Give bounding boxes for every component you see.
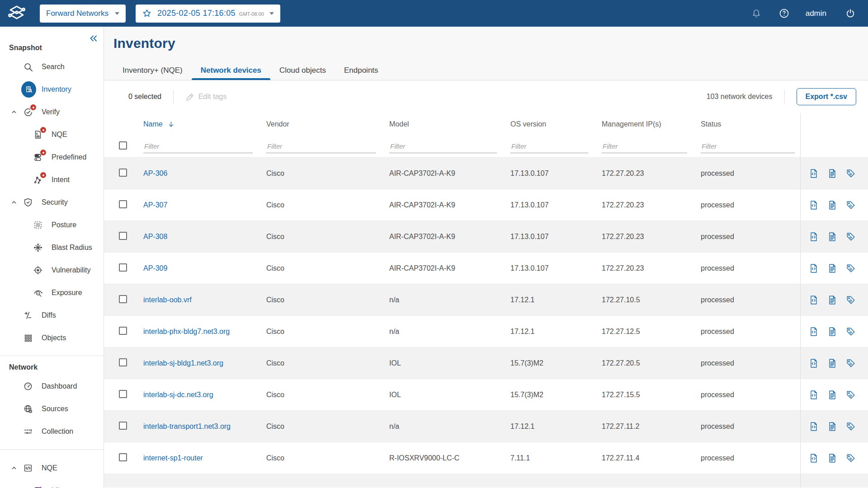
tab-cloud-objects[interactable]: Cloud objects xyxy=(270,61,335,80)
cell-vendor: Cisco xyxy=(266,359,389,367)
code-file-icon[interactable] xyxy=(809,232,819,242)
document-icon[interactable] xyxy=(827,263,837,273)
code-file-icon[interactable] xyxy=(809,453,819,463)
row-checkbox[interactable] xyxy=(119,200,127,208)
column-header-management-ip[interactable]: Management IP(s) xyxy=(602,120,701,128)
notifications-bell-icon[interactable] xyxy=(750,8,762,19)
sidebar-item-objects[interactable]: Objects xyxy=(0,327,104,349)
document-icon[interactable] xyxy=(827,169,837,178)
device-name-link[interactable]: interlab-transport1.net3.org xyxy=(143,422,231,430)
filter-input-vendor[interactable] xyxy=(266,140,376,153)
filter-input-management-ip[interactable] xyxy=(602,140,687,153)
filter-input-model[interactable] xyxy=(389,140,497,153)
code-file-icon[interactable] xyxy=(809,327,819,337)
filter-input-name[interactable] xyxy=(143,140,253,153)
device-name-link[interactable]: interlab-sj-bldg1.net3.org xyxy=(143,359,223,367)
device-name-link[interactable]: interlab-oob.vrf xyxy=(143,296,192,304)
code-file-icon[interactable] xyxy=(809,358,819,368)
filter-input-status[interactable] xyxy=(701,140,795,153)
document-icon[interactable] xyxy=(827,453,837,463)
chevron-up-icon[interactable] xyxy=(10,108,19,116)
column-header-status[interactable]: Status xyxy=(701,120,800,128)
device-name-link[interactable]: interlab-phx-bldg7.net3.org xyxy=(143,328,230,335)
help-icon[interactable] xyxy=(778,8,790,19)
favorite-star-icon[interactable] xyxy=(142,9,152,19)
tag-icon[interactable] xyxy=(846,390,856,400)
sidebar-item-library[interactable]: Library xyxy=(0,479,104,488)
row-checkbox[interactable] xyxy=(119,169,127,177)
sidebar-item-verify[interactable]: Verify xyxy=(0,101,104,123)
tag-icon[interactable] xyxy=(846,295,856,305)
tab-endpoints[interactable]: Endpoints xyxy=(335,61,387,80)
sidebar-item-sources[interactable]: Sources xyxy=(0,398,104,420)
sidebar-item-dashboard[interactable]: Dashboard xyxy=(0,375,104,398)
tag-icon[interactable] xyxy=(846,232,856,242)
sidebar-item-vulnerability[interactable]: Vulnerability xyxy=(0,259,104,282)
sidebar-item-search[interactable]: Search xyxy=(0,56,104,78)
document-icon[interactable] xyxy=(827,358,837,368)
sidebar-item-predefined[interactable]: Predefined xyxy=(0,146,104,169)
document-icon[interactable] xyxy=(827,327,837,337)
document-icon[interactable] xyxy=(827,232,837,242)
sidebar-item-intent[interactable]: Intent xyxy=(0,169,104,191)
tag-icon[interactable] xyxy=(846,358,856,368)
row-checkbox[interactable] xyxy=(119,358,127,366)
device-name-link[interactable]: AP-309 xyxy=(143,264,167,272)
network-selector[interactable]: Forward Networks xyxy=(40,5,126,23)
code-file-icon[interactable] xyxy=(809,263,819,273)
code-file-icon[interactable] xyxy=(809,169,819,178)
device-name-link[interactable]: AP-307 xyxy=(143,201,167,209)
sidebar-item-nqe-section[interactable]: NQE xyxy=(0,457,104,479)
tab-inventory-nqe[interactable]: Inventory+ (NQE) xyxy=(113,61,192,80)
column-header-name[interactable]: Name xyxy=(143,120,266,128)
chevron-up-icon[interactable] xyxy=(10,199,19,206)
tag-icon[interactable] xyxy=(846,453,856,463)
row-checkbox[interactable] xyxy=(119,295,127,303)
tab-network-devices[interactable]: Network devices xyxy=(192,61,270,80)
code-file-icon[interactable] xyxy=(809,390,819,400)
sidebar-collapse-icon[interactable] xyxy=(89,34,98,43)
logout-power-icon[interactable] xyxy=(844,8,856,19)
user-menu[interactable]: admin xyxy=(806,9,826,18)
tag-icon[interactable] xyxy=(846,263,856,273)
row-checkbox[interactable] xyxy=(119,453,127,461)
document-icon[interactable] xyxy=(827,200,837,210)
sidebar-item-posture[interactable]: Posture xyxy=(0,214,104,236)
tag-icon[interactable] xyxy=(846,327,856,337)
code-file-icon[interactable] xyxy=(809,295,819,305)
document-icon[interactable] xyxy=(827,422,837,432)
row-checkbox[interactable] xyxy=(119,327,127,335)
column-header-model[interactable]: Model xyxy=(389,120,510,128)
device-name-link[interactable]: interlab-sj-dc.net3.org xyxy=(143,391,213,399)
column-header-os-version[interactable]: OS version xyxy=(510,120,602,128)
sidebar-item-blast-radius[interactable]: Blast Radius xyxy=(0,236,104,259)
sidebar-item-security[interactable]: Security xyxy=(0,191,104,214)
select-all-checkbox[interactable] xyxy=(119,141,127,150)
edit-tags-button[interactable]: Edit tags xyxy=(185,92,226,102)
filter-input-os-version[interactable] xyxy=(510,140,588,153)
chevron-up-icon[interactable] xyxy=(10,465,19,472)
sidebar-item-exposure[interactable]: Exposure xyxy=(0,282,104,304)
code-file-icon[interactable] xyxy=(809,422,819,432)
device-name-link[interactable]: AP-308 xyxy=(143,233,167,240)
sidebar-item-inventory[interactable]: Inventory xyxy=(0,78,104,101)
row-checkbox[interactable] xyxy=(119,232,127,240)
sidebar-item-collection[interactable]: Collection xyxy=(0,420,104,443)
tag-icon[interactable] xyxy=(846,169,856,178)
device-name-link[interactable]: AP-306 xyxy=(143,169,167,177)
snapshot-selector[interactable]: 2025-02-05 17:16:05 GMT-08:00 xyxy=(136,5,280,23)
document-icon[interactable] xyxy=(827,390,837,400)
device-name-link[interactable]: internet-sp1-router xyxy=(143,454,203,462)
row-checkbox[interactable] xyxy=(119,263,127,272)
code-file-icon[interactable] xyxy=(809,200,819,210)
tag-icon[interactable] xyxy=(846,422,856,432)
sort-descending-arrow-icon[interactable] xyxy=(167,121,175,128)
export-csv-button[interactable]: Export *.csv xyxy=(797,88,856,105)
row-checkbox[interactable] xyxy=(119,422,127,430)
row-checkbox[interactable] xyxy=(119,390,127,398)
sidebar-item-nqe-checks[interactable]: NQE xyxy=(0,123,104,146)
column-header-vendor[interactable]: Vendor xyxy=(266,120,389,128)
sidebar-item-diffs[interactable]: Diffs xyxy=(0,304,104,327)
document-icon[interactable] xyxy=(827,295,837,305)
tag-icon[interactable] xyxy=(846,200,856,210)
